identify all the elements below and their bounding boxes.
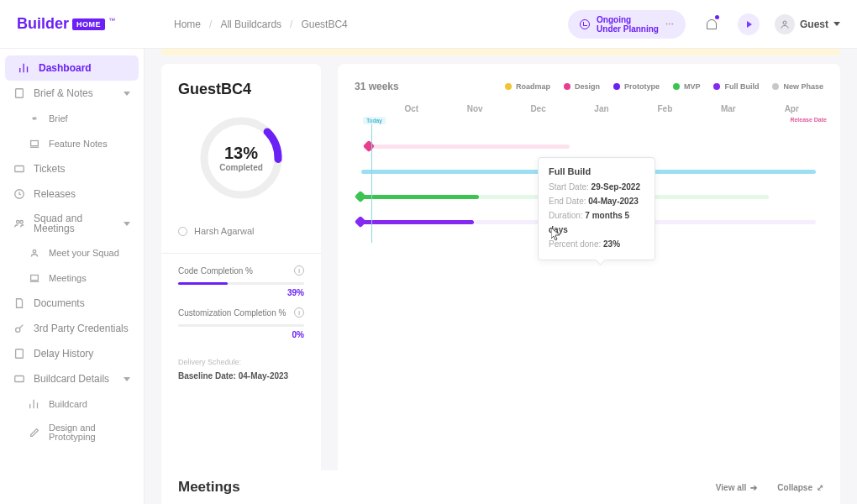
svg-point-6	[20, 221, 24, 224]
code-completion-row: Code Completion % i	[178, 265, 304, 276]
completion-label: Completed	[219, 163, 263, 172]
chevron-down-icon	[833, 22, 840, 26]
notifications-button[interactable]	[701, 13, 723, 35]
legend: Roadmap Design Prototype MVP Full Build …	[505, 82, 823, 91]
history-icon	[13, 348, 25, 360]
gantt-bar-full-build-done	[361, 220, 474, 224]
logo-badge: HOME	[72, 18, 105, 30]
svg-rect-2	[31, 141, 39, 146]
logo-tm: ™	[108, 17, 115, 24]
legend-dot-prototype	[613, 83, 620, 90]
logo[interactable]: Builder HOME ™	[17, 15, 115, 33]
laptop-icon	[29, 272, 40, 284]
breadcrumb: Home / All Buildcards / GuestBC4	[174, 18, 348, 30]
chevron-down-icon	[124, 92, 130, 96]
custom-completion-row: Customization Completion % i	[178, 307, 304, 318]
collapse-link[interactable]: Collapse ⤢	[777, 483, 823, 492]
people-icon	[13, 218, 25, 229]
completion-percent: 13%	[224, 144, 258, 163]
status-bottom: Under Planning	[597, 24, 659, 34]
alert-banner	[161, 49, 840, 55]
key-icon	[13, 323, 25, 334]
sidebar-item-3rd-party[interactable]: 3rd Party Credentials	[0, 316, 144, 341]
sidebar-item-feature-notes[interactable]: Feature Notes	[0, 131, 144, 156]
svg-point-7	[33, 250, 36, 254]
breadcrumb-sep: /	[209, 18, 212, 30]
user-menu[interactable]: Guest	[775, 14, 840, 34]
gantt-row-design[interactable]	[355, 134, 823, 159]
sidebar-item-buildcard-details[interactable]: Buildcard Details	[0, 366, 144, 391]
sidebar-item-delay-history[interactable]: Delay History	[0, 341, 144, 366]
gantt-rows: Today Release Date	[355, 118, 823, 234]
pencil-icon	[29, 427, 40, 438]
breadcrumb-sep: /	[290, 18, 292, 30]
svg-rect-11	[15, 376, 24, 382]
svg-rect-8	[31, 276, 39, 281]
clock-icon	[13, 188, 25, 200]
breadcrumb-home[interactable]: Home	[174, 18, 201, 30]
link-icon	[29, 113, 40, 124]
tooltip-title: Full Build	[549, 166, 644, 176]
gantt-tooltip: Full Build Start Date: 29-Sep-2022 End D…	[538, 157, 655, 260]
sidebar-item-documents[interactable]: Documents	[0, 291, 144, 316]
info-icon[interactable]: i	[294, 307, 304, 318]
legend-dot-design	[564, 83, 570, 90]
summary-card: GuestBC4 13% Completed Harsh Agarwal Cod…	[161, 64, 321, 489]
sidebar-item-dashboard[interactable]: Dashboard	[5, 55, 139, 81]
meetings-title: Meetings	[178, 479, 240, 496]
main-content: GuestBC4 13% Completed Harsh Agarwal Cod…	[145, 49, 857, 504]
laptop-icon	[29, 138, 40, 150]
sidebar-item-releases[interactable]: Releases	[0, 181, 144, 207]
custom-completion-track	[178, 324, 304, 327]
clock-icon	[580, 19, 590, 29]
sidebar-item-squad-meetings[interactable]: Squad and Meetings	[0, 207, 144, 240]
breadcrumb-current: GuestBC4	[301, 18, 347, 30]
legend-dot-full-build	[713, 83, 720, 90]
svg-point-5	[17, 221, 20, 224]
sidebar-item-brief-notes[interactable]: Brief & Notes	[0, 81, 144, 106]
people-icon	[29, 247, 40, 259]
sidebar-item-buildcard[interactable]: Buildcard	[0, 391, 144, 417]
chart-icon	[29, 398, 40, 410]
divider	[161, 253, 321, 254]
today-label: Today	[363, 117, 386, 124]
notification-dot-icon	[715, 15, 719, 19]
chart-icon	[18, 62, 30, 74]
sidebar-item-meetings[interactable]: Meetings	[0, 265, 144, 291]
sidebar-item-tickets[interactable]: Tickets	[0, 156, 144, 181]
breadcrumb-all-buildcards[interactable]: All Buildcards	[220, 18, 281, 30]
weeks-count: 31 weeks	[355, 81, 399, 92]
svg-rect-10	[16, 349, 24, 359]
info-icon[interactable]: i	[294, 265, 304, 276]
play-button[interactable]	[738, 13, 760, 35]
cursor-icon	[551, 228, 561, 241]
baseline-date: Baseline Date: 04-May-2023	[178, 371, 304, 381]
avatar-icon	[775, 14, 795, 34]
sidebar-item-meet-squad[interactable]: Meet your Squad	[0, 240, 144, 265]
today-line	[371, 118, 372, 243]
document-icon	[13, 297, 25, 309]
chevron-down-icon	[124, 377, 130, 381]
status-top: Ongoing	[597, 15, 659, 24]
logo-text: Builder	[17, 15, 69, 33]
delivery-schedule-label: Delivery Schedule:	[178, 358, 304, 366]
month-axis: Oct Nov Dec Jan Feb Mar Apr	[355, 104, 823, 113]
sidebar-item-brief[interactable]: Brief	[0, 106, 144, 131]
chevron-down-icon	[124, 222, 130, 226]
ticket-icon	[13, 163, 25, 175]
release-date-label: Release Date	[790, 117, 827, 123]
gantt-bar-design-planned	[373, 144, 570, 149]
sidebar: Dashboard Brief & Notes Brief Feature No…	[0, 49, 145, 504]
user-name: Guest	[800, 18, 828, 30]
sidebar-item-design-proto[interactable]: Design and Prototyping	[0, 417, 144, 449]
svg-rect-1	[16, 89, 24, 98]
completion-donut: 13% Completed	[195, 112, 287, 204]
app-header: Builder HOME ™ Home / All Buildcards / G…	[0, 0, 857, 49]
view-all-link[interactable]: View all ➔	[716, 483, 758, 492]
svg-point-0	[783, 21, 786, 24]
legend-dot-new-phase	[772, 83, 779, 90]
card-icon	[13, 373, 25, 385]
status-chip[interactable]: Ongoing Under Planning ⋯	[568, 10, 686, 39]
legend-dot-roadmap	[505, 83, 512, 90]
code-completion-track	[178, 282, 304, 285]
